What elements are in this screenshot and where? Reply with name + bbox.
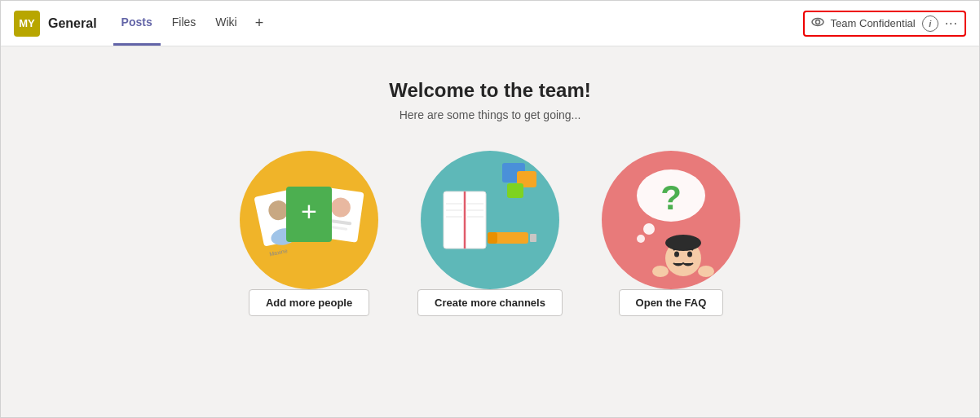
faq-card: ? [602, 151, 740, 316]
main-content: Welcome to the team! Here are some thing… [1, 46, 979, 418]
eye-icon [811, 15, 824, 31]
svg-text:?: ? [660, 178, 682, 217]
create-channels-card: Create more channels [417, 151, 563, 316]
info-icon[interactable]: i [922, 15, 938, 32]
header: MY General Posts Files Wiki + Team Confi… [1, 1, 979, 46]
tab-wiki[interactable]: Wiki [207, 1, 245, 46]
add-people-card: Maxine + Add more people [240, 151, 378, 316]
svg-point-13 [421, 151, 559, 289]
add-people-circle-svg: Maxine + [240, 151, 378, 289]
svg-point-31 [643, 223, 655, 235]
welcome-title: Welcome to the team! [389, 79, 591, 102]
svg-rect-27 [530, 234, 536, 242]
faq-illustration: ? [602, 151, 740, 289]
svg-point-37 [652, 266, 669, 277]
svg-point-38 [698, 266, 714, 277]
svg-point-32 [637, 235, 645, 243]
welcome-subtitle: Here are some things to get going... [400, 108, 581, 121]
svg-point-36 [687, 252, 692, 257]
cards-row: Maxine + Add more people [240, 151, 740, 316]
tab-posts[interactable]: Posts [113, 1, 161, 46]
tab-files[interactable]: Files [164, 1, 205, 46]
open-faq-button[interactable]: Open the FAQ [619, 289, 724, 316]
team-confidential-label: Team Confidential [831, 17, 916, 29]
faq-circle-svg: ? [602, 151, 740, 289]
svg-text:+: + [301, 196, 317, 227]
svg-point-34 [665, 235, 701, 251]
create-channels-illustration [421, 151, 559, 289]
svg-rect-24 [507, 183, 523, 198]
team-confidential-section: Team Confidential i ··· [803, 11, 966, 37]
svg-rect-26 [488, 232, 497, 244]
create-channels-button[interactable]: Create more channels [417, 289, 563, 316]
add-tab-button[interactable]: + [249, 1, 271, 46]
more-options-icon[interactable]: ··· [945, 16, 958, 31]
channel-name: General [48, 16, 97, 31]
create-channels-circle-svg [421, 151, 559, 289]
team-avatar: MY [14, 11, 40, 37]
svg-point-1 [815, 20, 819, 24]
add-people-illustration: Maxine + [240, 151, 378, 289]
nav-tabs: Posts Files Wiki + [113, 1, 271, 46]
svg-point-35 [674, 252, 679, 257]
add-people-button[interactable]: Add more people [249, 289, 369, 316]
